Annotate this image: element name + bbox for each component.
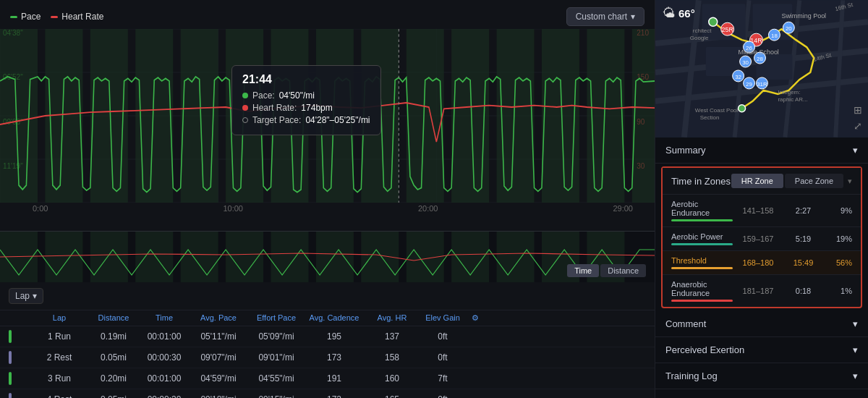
cell-avg-pace: 05'11"/mi: [190, 331, 247, 342]
perceived-exertion-header[interactable]: Perceived Exertion ▾: [655, 337, 868, 363]
row-indicator: [9, 372, 30, 385]
cell-distance: 0.19mi: [88, 331, 139, 342]
temperature-value: 66°: [678, 7, 695, 20]
svg-rect-15: [271, 29, 308, 203]
perceived-exertion-section: Perceived Exertion ▾: [655, 337, 868, 363]
svg-rect-37: [497, 232, 535, 282]
cell-effort-pace: 09'01"/mi: [247, 352, 305, 363]
map-area: 25R 14R 18 20 26 28 30 32 29 31R Swimmin…: [655, 0, 868, 137]
zones-tabs: HR Zone Pace Zone: [731, 174, 843, 188]
summary-chevron: ▾: [853, 145, 858, 156]
comment-label: Comment: [665, 318, 706, 329]
custom-chart-button[interactable]: Custom chart ▾: [566, 7, 644, 26]
svg-text:rchitect: rchitect: [693, 27, 712, 34]
training-log-label: Training Log: [665, 371, 718, 381]
zone-row-threshold: Threshold 168–180 15:49 56%: [663, 250, 861, 274]
weather-icon: 🌤: [663, 6, 676, 21]
cell-elev: 0ft: [421, 331, 464, 342]
table-row[interactable]: 2 Rest 0.05mi 00:00:30 09'07"/mi 09'01"/…: [0, 347, 655, 368]
zones-header: Time in Zones HR Zone Pace Zone ▾: [663, 168, 861, 194]
cell-avg-pace: 09'18"/mi: [190, 394, 247, 398]
cell-time: 00:00:30: [139, 394, 190, 398]
cell-elev: 0ft: [421, 394, 464, 398]
distance-button[interactable]: Distance: [600, 264, 646, 277]
svg-rect-12: [135, 29, 173, 203]
comment-chevron: ▾: [853, 318, 858, 329]
table-row[interactable]: 4 Rest 0.05mi 00:00:30 09'18"/mi 09'15"/…: [0, 389, 655, 398]
left-panel: Pace Heart Rate Custom chart ▾ 04'38" 06…: [0, 0, 655, 398]
col-hr[interactable]: Avg. HR: [363, 313, 421, 323]
zone-row-aerobic-endurance: Aerobic Endurance 141–158 2:27 9%: [663, 194, 861, 226]
cell-cadence: 173: [305, 394, 363, 398]
col-effort-pace[interactable]: Effort Pace: [247, 313, 305, 323]
layers-icon[interactable]: ⊞: [854, 104, 862, 116]
col-distance[interactable]: Distance: [88, 313, 139, 323]
expand-icon[interactable]: ⤢: [854, 120, 862, 132]
svg-rect-27: [45, 232, 82, 282]
summary-section: Summary ▾: [655, 137, 868, 164]
col-avg-pace[interactable]: Avg. Pace: [190, 313, 247, 323]
svg-text:Section: Section: [700, 114, 720, 121]
hr-zone-tab[interactable]: HR Zone: [731, 174, 783, 188]
table-row[interactable]: 1 Run 0.19mi 00:01:00 05'11"/mi 05'09"/m…: [0, 326, 655, 347]
pace-label: Pace: [21, 12, 41, 22]
training-log-header[interactable]: Training Log ▾: [655, 363, 868, 389]
svg-text:West Coast Pool: West Coast Pool: [695, 107, 738, 114]
table-area: Lap ▾ Lap Distance Time Avg. Pace Effort…: [0, 282, 655, 398]
cell-distance: 0.05mi: [88, 394, 139, 398]
lap-select[interactable]: Lap ▾: [9, 288, 43, 304]
cell-lap: 1 Run: [30, 331, 88, 342]
cell-time: 00:00:30: [139, 352, 190, 363]
svg-rect-23: [632, 29, 655, 203]
cell-distance: 0.20mi: [88, 373, 139, 384]
col-filter: ⚙: [464, 313, 486, 323]
svg-text:28: 28: [757, 56, 763, 62]
svg-text:raphic AR...: raphic AR...: [778, 96, 807, 103]
svg-rect-17: [361, 29, 399, 203]
perceived-exertion-chevron: ▾: [853, 344, 858, 355]
svg-text:31R: 31R: [757, 81, 767, 88]
pace-zone-tab[interactable]: Pace Zone: [785, 174, 843, 188]
svg-text:32: 32: [735, 74, 741, 80]
time-in-zones-section: Time in Zones HR Zone Pace Zone ▾ Aerobi…: [661, 166, 862, 308]
zone-pct: 9%: [823, 206, 852, 215]
zone-name: Anaerobic Endurance: [671, 280, 733, 302]
main-chart: 21:44 Pace: 04'50"/mi Heart Rate: 174bpm…: [0, 29, 655, 203]
zone-row-aerobic-power: Aerobic Power 159–167 5:19 19%: [663, 226, 861, 250]
svg-text:20: 20: [786, 25, 792, 32]
svg-text:Swimming Pool: Swimming Pool: [781, 12, 826, 20]
chevron-icon: ▾: [33, 291, 37, 301]
svg-rect-21: [542, 29, 579, 203]
overview-chart: Time Distance: [0, 232, 655, 282]
zone-time: 0:18: [783, 287, 823, 295]
col-lap[interactable]: Lap: [30, 313, 88, 323]
cell-avg-pace: 09'07"/mi: [190, 352, 247, 363]
lap-select-label: Lap: [15, 291, 30, 301]
svg-rect-22: [587, 29, 624, 203]
zone-name: Aerobic Endurance: [671, 200, 733, 221]
cell-hr: 158: [363, 352, 421, 363]
svg-point-52: [709, 17, 718, 26]
time-3: 29:00: [613, 204, 633, 213]
svg-text:25R: 25R: [721, 26, 733, 33]
time-button[interactable]: Time: [567, 264, 599, 277]
zone-color-bar: [671, 243, 733, 245]
svg-rect-33: [316, 232, 354, 282]
col-time[interactable]: Time: [139, 313, 190, 323]
cell-lap: 3 Run: [30, 373, 88, 384]
summary-header[interactable]: Summary ▾: [655, 137, 868, 163]
svg-rect-32: [271, 232, 308, 282]
svg-text:18: 18: [771, 33, 778, 39]
svg-point-53: [739, 105, 746, 112]
cell-effort-pace: 09'15"/mi: [247, 394, 305, 398]
cell-time: 00:01:00: [139, 373, 190, 384]
col-elev[interactable]: Elev Gain: [421, 313, 464, 323]
col-cadence[interactable]: Avg. Cadence: [305, 313, 363, 323]
comment-header[interactable]: Comment ▾: [655, 311, 868, 336]
cell-hr: 160: [363, 373, 421, 384]
comment-section: Comment ▾: [655, 311, 868, 337]
svg-rect-14: [226, 29, 263, 203]
time-axis: 0:00 10:00 20:00 29:00: [0, 203, 655, 216]
table-row[interactable]: 3 Run 0.20mi 00:01:00 04'59"/mi 04'55"/m…: [0, 368, 655, 389]
chart-svg: [0, 29, 655, 203]
